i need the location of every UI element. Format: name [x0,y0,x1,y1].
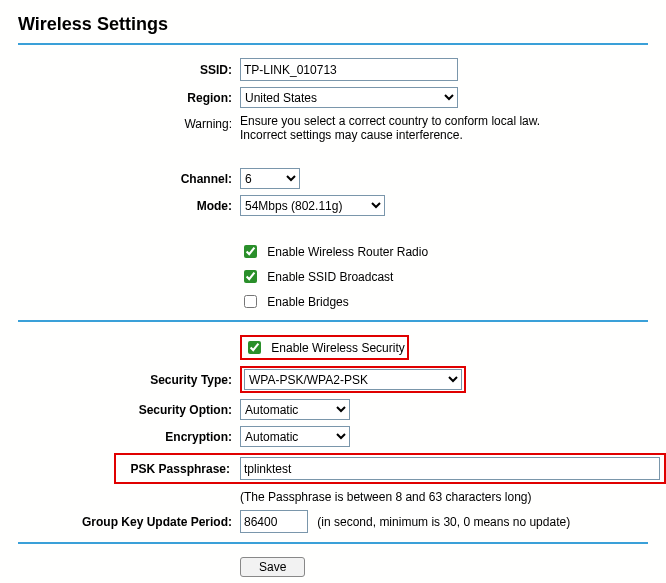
divider-mid [18,320,648,322]
label-encryption: Encryption: [18,423,236,450]
label-ssid: SSID: [18,55,236,84]
encryption-select[interactable]: Automatic [240,426,350,447]
security-type-select[interactable]: WPA-PSK/WPA2-PSK [244,369,462,390]
warning-text: Ensure you select a correct country to c… [240,114,580,142]
enable-bridges-label: Enable Bridges [267,295,348,309]
enable-ssid-broadcast-checkbox[interactable] [244,270,257,283]
group-key-update-input[interactable] [240,510,308,533]
enable-ssid-broadcast-label: Enable SSID Broadcast [267,270,393,284]
settings-form-top: SSID: Region: United States Warning: Ens… [18,55,648,314]
settings-form-security: Enable Wireless Security Security Type: … [18,332,666,536]
enable-bridges-checkbox[interactable] [244,295,257,308]
mode-select[interactable]: 54Mbps (802.11g) [240,195,385,216]
label-channel: Channel: [18,165,236,192]
label-security-type: Security Type: [18,363,236,396]
label-region: Region: [18,84,236,111]
page-title: Wireless Settings [18,14,648,35]
channel-select[interactable]: 6 [240,168,300,189]
psk-passphrase-highlight: PSK Passphrase: [114,453,666,484]
actions: Save [18,554,648,580]
enable-radio-checkbox[interactable] [244,245,257,258]
divider-top [18,43,648,45]
label-psk-passphrase: PSK Passphrase: [120,462,240,476]
ssid-input[interactable] [240,58,458,81]
divider-bottom [18,542,648,544]
enable-security-label: Enable Wireless Security [271,341,404,355]
label-mode: Mode: [18,192,236,219]
security-type-highlight: WPA-PSK/WPA2-PSK [240,366,466,393]
region-select[interactable]: United States [240,87,458,108]
security-option-select[interactable]: Automatic [240,399,350,420]
label-group-key-update: Group Key Update Period: [18,507,236,536]
label-security-option: Security Option: [18,396,236,423]
passphrase-note: (The Passphrase is between 8 and 63 char… [240,490,532,504]
enable-security-highlight: Enable Wireless Security [240,335,409,360]
enable-radio-label: Enable Wireless Router Radio [267,245,428,259]
enable-security-checkbox[interactable] [248,341,261,354]
label-warning: Warning: [18,111,236,145]
group-key-note: (in second, minimum is 30, 0 means no up… [317,515,570,529]
save-button[interactable]: Save [240,557,305,577]
psk-passphrase-input[interactable] [240,457,660,480]
